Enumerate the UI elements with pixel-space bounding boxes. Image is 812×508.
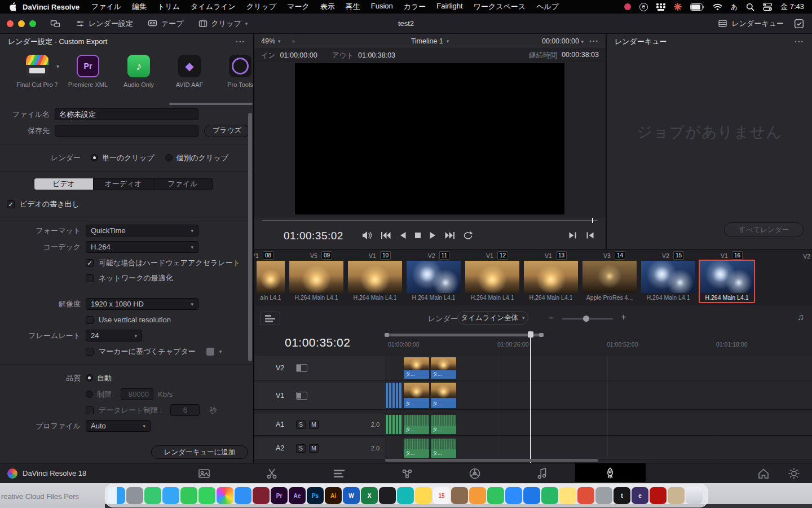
- page-fusion-icon[interactable]: [400, 467, 414, 480]
- track-header-v1[interactable]: V1: [254, 382, 385, 410]
- settings-scrollbar[interactable]: [248, 113, 252, 361]
- dock-launchpad[interactable]: [126, 487, 143, 504]
- browse-button[interactable]: ブラウズ: [204, 125, 250, 137]
- play-to-end-icon[interactable]: [568, 231, 577, 239]
- render-queue-options-icon[interactable]: ···: [795, 37, 804, 46]
- dock-excel[interactable]: X: [361, 487, 378, 504]
- dock-finder[interactable]: [108, 487, 125, 504]
- dock-gray-app[interactable]: [595, 487, 612, 504]
- home-icon[interactable]: [757, 467, 770, 480]
- media-clip-16[interactable]: V116 H.264 Main L4.1: [698, 249, 756, 305]
- dock-stickies[interactable]: [559, 487, 576, 504]
- menu-item-9[interactable]: カラー: [404, 2, 426, 12]
- solo-button[interactable]: S: [296, 421, 306, 429]
- media-clip-08[interactable]: V108 ain L4.1: [254, 249, 287, 305]
- tab-tape[interactable]: テープ: [148, 19, 184, 29]
- track-lane-v2[interactable]: タ... タ...: [386, 356, 812, 380]
- quality-limit-radio[interactable]: [86, 391, 93, 398]
- zoom-in-button[interactable]: +: [621, 312, 626, 322]
- menu-item-2[interactable]: トリム: [157, 2, 180, 12]
- zoom-slider-handle[interactable]: [583, 316, 589, 322]
- tab-audio[interactable]: オーディオ: [94, 178, 153, 190]
- timeline-range-scrollbar[interactable]: [385, 334, 543, 336]
- track-header-a1[interactable]: A1 S M 2.0: [254, 414, 385, 436]
- media-clip-13[interactable]: V113 H.264 Main L4.1: [522, 249, 580, 305]
- quality-auto-radio[interactable]: [86, 374, 93, 382]
- dock-teal-app[interactable]: [397, 487, 414, 504]
- quality-limit-input[interactable]: [121, 388, 153, 400]
- location-input[interactable]: [55, 125, 198, 137]
- skip-end-icon[interactable]: [445, 231, 455, 239]
- menu-item-12[interactable]: ヘルプ: [536, 2, 559, 12]
- dock-premiere[interactable]: Pr: [271, 487, 288, 504]
- play-icon[interactable]: [429, 231, 437, 239]
- codec-dropdown[interactable]: H.264▾: [86, 241, 198, 253]
- render-settings-options-icon[interactable]: ···: [236, 37, 245, 46]
- page-color-icon[interactable]: [468, 467, 482, 480]
- control-center-icon[interactable]: [763, 3, 772, 11]
- menubar-clock[interactable]: 金 7:43: [780, 2, 804, 12]
- clip-menu[interactable]: クリップ ▾: [198, 19, 248, 29]
- timeline-audio-clip[interactable]: タ...: [404, 439, 429, 458]
- dock-brown-app[interactable]: [451, 487, 468, 504]
- datarate-input[interactable]: [170, 404, 200, 416]
- vertical-res-checkbox[interactable]: [86, 316, 94, 324]
- tab-video[interactable]: ビデオ: [34, 178, 94, 190]
- page-media-icon[interactable]: [197, 467, 211, 480]
- timeline-video-clip[interactable]: タ...: [404, 357, 429, 379]
- preset-version-chevron-icon[interactable]: ▾: [56, 63, 59, 69]
- page-cut-icon[interactable]: [265, 467, 279, 480]
- timeline-view-options-button[interactable]: [260, 312, 280, 325]
- track-thumbnail-icon[interactable]: [296, 392, 307, 400]
- apple-menu-icon[interactable]: [8, 2, 16, 11]
- play-to-start-icon[interactable]: [586, 231, 594, 239]
- dock-keynote[interactable]: [523, 487, 540, 504]
- render-individual-radio[interactable]: [165, 154, 173, 161]
- render-single-radio[interactable]: [91, 154, 98, 161]
- timeline-video-clip[interactable]: タ...: [431, 383, 456, 408]
- menubar-app-name[interactable]: DaVinci Resolve: [23, 3, 80, 11]
- zoom-button[interactable]: [29, 20, 36, 27]
- status-app-dot-icon[interactable]: [624, 3, 631, 10]
- timeline-video-clip[interactable]: タ...: [404, 383, 429, 408]
- media-clip-14[interactable]: V314 Apple ProRes 4...: [580, 249, 639, 305]
- datarate-checkbox[interactable]: [86, 406, 94, 414]
- dock-photoshop[interactable]: Ps: [307, 487, 324, 504]
- battery-icon[interactable]: [690, 3, 704, 11]
- preset-pro-tools[interactable]: Pro Tools: [218, 55, 254, 88]
- media-clip-10[interactable]: V110 H.264 Main L4.1: [346, 249, 404, 305]
- track-thumbnail-icon[interactable]: [296, 364, 307, 372]
- preset-premiere-xml[interactable]: Pr Premiere XML: [65, 55, 111, 88]
- dock-profile-photo[interactable]: [668, 487, 685, 504]
- dock-tour-app[interactable]: t: [614, 487, 630, 504]
- dock-photos[interactable]: [217, 487, 233, 504]
- menu-item-1[interactable]: 編集: [132, 2, 147, 12]
- timeline-horizontal-scrollbar[interactable]: [385, 459, 598, 462]
- track-header-a2[interactable]: A2 S M 2.0: [254, 437, 385, 459]
- dock-illustrator[interactable]: Ai: [325, 487, 342, 504]
- loop-icon[interactable]: [463, 231, 473, 240]
- dock-green-sphere[interactable]: [144, 487, 161, 504]
- resolution-dropdown[interactable]: 1920 x 1080 HD▾: [86, 298, 198, 310]
- dock-eclipse[interactable]: e: [632, 487, 648, 504]
- tab-file[interactable]: ファイル: [153, 178, 213, 190]
- menu-item-5[interactable]: マーク: [287, 2, 310, 12]
- minimize-button[interactable]: [18, 20, 25, 27]
- dock-facetime[interactable]: [180, 487, 197, 504]
- dock-chart-app[interactable]: [541, 487, 558, 504]
- preset-avid-aaf[interactable]: ◆ AVID AAF: [167, 55, 212, 88]
- filename-input[interactable]: [55, 108, 198, 120]
- solo-button[interactable]: S: [296, 444, 306, 453]
- dock-notes[interactable]: [415, 487, 432, 504]
- render-queue-toggle[interactable]: レンダーキュー: [718, 19, 784, 29]
- speaker-icon[interactable]: [361, 231, 373, 240]
- close-button[interactable]: [7, 20, 14, 27]
- timeline-video-clip[interactable]: タ...: [431, 357, 456, 379]
- search-icon[interactable]: [746, 3, 754, 11]
- export-video-checkbox[interactable]: ✓: [7, 200, 15, 208]
- timeline-playhead[interactable]: [530, 331, 531, 463]
- dock-zoom[interactable]: [505, 487, 522, 504]
- dock-red-app[interactable]: [577, 487, 594, 504]
- dock-dark-red-app[interactable]: [253, 487, 270, 504]
- track-lane-a1[interactable]: タ... タ...: [386, 414, 812, 436]
